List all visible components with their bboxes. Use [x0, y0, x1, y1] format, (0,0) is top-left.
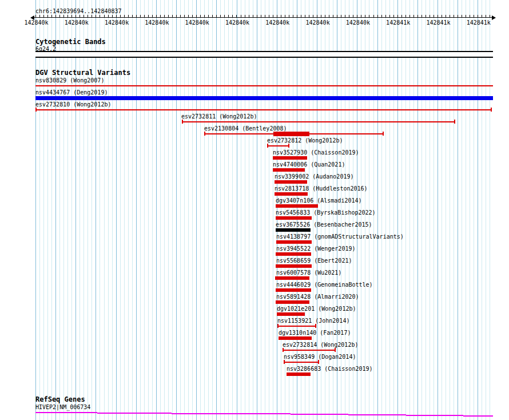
variant-label[interactable]: esv2732812 (Wong2012b) — [267, 137, 343, 144]
ruler-arrow-right-icon — [492, 15, 496, 20]
ruler-axis-line[interactable] — [33, 17, 492, 18]
variant-bar[interactable] — [275, 192, 308, 196]
variant-range-line[interactable] — [277, 326, 316, 327]
variant-bar[interactable] — [276, 264, 312, 268]
variant-bar[interactable] — [276, 252, 311, 256]
variant-range-line[interactable] — [182, 121, 455, 122]
variant-bar[interactable] — [276, 216, 312, 220]
variant-bar[interactable] — [279, 336, 312, 340]
variant-range-cap — [318, 360, 319, 364]
gene-line-segment[interactable] — [291, 414, 348, 415]
variant-label[interactable]: nsv4740006 (Quan2021) — [273, 161, 345, 168]
variant-label[interactable]: nsv2813718 (Huddleston2016) — [275, 185, 368, 192]
variant-label[interactable]: nsv958349 (Dogan2014) — [284, 354, 356, 360]
variant-range-cap — [35, 108, 37, 112]
ruler-tick-label: 142840k — [185, 19, 209, 26]
variant-range-cap — [383, 132, 384, 136]
ruler-tick-label: 142840k — [225, 19, 249, 26]
variant-label[interactable]: esv2732811 (Wong2012b) — [181, 113, 257, 120]
variant-range-cap — [335, 348, 336, 352]
variant-bar[interactable] — [276, 228, 311, 232]
variant-label[interactable]: nsv6007578 (Wu2021) — [276, 270, 341, 276]
gene-line-segment[interactable] — [406, 415, 463, 416]
cytogenetic-title: Cytogenetic Bands — [35, 38, 106, 46]
region-label: chr6:142839694..142840837 — [35, 8, 122, 14]
ruler-tick-label: 142840k — [346, 19, 370, 26]
variant-range-cap — [288, 144, 289, 148]
gene-line-segment[interactable] — [348, 414, 406, 415]
variant-label[interactable]: nsv3286683 (Chaisson2019) — [287, 366, 373, 372]
variant-label[interactable]: esv3675526 (Besenbacher2015) — [276, 221, 372, 228]
gene-line-segment[interactable] — [97, 413, 172, 414]
variant-bar[interactable] — [276, 240, 312, 244]
variant-label[interactable]: nsv4446029 (GenomeinaBottle) — [276, 282, 373, 288]
variant-range-cap — [284, 360, 285, 364]
variant-label[interactable]: esv2732810 (Wong2012b) — [35, 101, 111, 108]
ruler-tick-label: 142841k — [426, 19, 450, 26]
variant-label[interactable]: nsv3399002 (Audano2019) — [275, 173, 353, 180]
variant-bar[interactable] — [273, 168, 305, 172]
ruler-tick-label: 142840k — [105, 19, 129, 26]
genome-browser: chr6:142839694..142840837 142840k142840k… — [0, 0, 509, 420]
gene-line-segment[interactable] — [463, 415, 493, 417]
variant-range-cap — [454, 120, 455, 124]
variant-label[interactable]: nsv3527930 (Chaisson2019) — [273, 149, 359, 156]
variant-bar[interactable] — [275, 180, 307, 184]
variant-label[interactable]: esv2732814 (Wong2012b) — [283, 342, 358, 348]
variant-bar[interactable] — [273, 156, 307, 160]
variant-label[interactable]: nsv4434767 (Deng2019) — [35, 89, 108, 96]
variant-block[interactable] — [273, 132, 309, 136]
variant-bar[interactable] — [276, 204, 318, 208]
variant-label[interactable]: nsv5456833 (ByrskaBishop2022) — [276, 209, 376, 216]
variant-label[interactable]: esv2130804 (Bentley2008) — [204, 125, 287, 132]
variant-range-line[interactable] — [284, 362, 319, 363]
variant-label[interactable]: nsv830829 (Wong2007) — [35, 77, 104, 84]
variant-bar[interactable] — [276, 300, 309, 304]
ruler-tick-label: 142840k — [265, 19, 289, 26]
variant-label[interactable]: dgv1021e201 (Wong2012b) — [277, 306, 356, 312]
variant-range-cap — [204, 132, 205, 136]
variant-label[interactable]: nsv4138797 (gnomADStructuralVariants) — [276, 233, 404, 240]
variant-bar[interactable] — [276, 288, 311, 292]
variant-range-cap — [182, 120, 183, 124]
gene-line-segment[interactable] — [172, 413, 291, 414]
refseq-gene-label[interactable]: HIVEP2|NM_006734 — [35, 404, 90, 410]
ruler-tick-label: 142841k — [386, 19, 410, 26]
variant-range-cap — [283, 348, 284, 352]
ruler-tick-label: 142841k — [467, 19, 491, 26]
track-background — [35, 0, 493, 420]
variant-range-cap — [491, 108, 492, 112]
variant-range-line[interactable] — [35, 85, 493, 86]
refseq-title: RefSeq Genes — [35, 396, 85, 403]
cytoband-bar[interactable] — [35, 51, 493, 58]
variant-range-cap — [267, 144, 268, 148]
ruler-tick-label: 142840k — [306, 19, 330, 26]
gene-line-segment[interactable] — [35, 412, 97, 413]
variant-bar[interactable] — [277, 312, 305, 316]
dgv-title: DGV Structural Variants — [35, 69, 130, 77]
variant-range-cap — [315, 324, 316, 328]
ruler-tick-label: 142840k — [24, 19, 48, 26]
ruler-tick-label: 142840k — [145, 19, 169, 26]
variant-bar[interactable] — [287, 373, 311, 376]
variant-range-cap — [277, 324, 279, 328]
variant-label[interactable]: nsv5891428 (Almarri2020) — [276, 294, 359, 300]
variant-bar[interactable] — [35, 96, 493, 100]
variant-label[interactable]: nsv3945522 (Wenger2019) — [276, 245, 355, 252]
variant-bar[interactable] — [275, 276, 309, 280]
variant-label[interactable]: dgv1310n140 (Fan2017) — [279, 330, 351, 336]
variant-range-line[interactable] — [283, 350, 336, 351]
variant-range-line[interactable] — [267, 145, 289, 146]
variant-range-line[interactable] — [35, 109, 492, 110]
variant-label[interactable]: dgv3407n106 (Alsmadi2014) — [276, 197, 362, 204]
ruler-tick-label: 142840k — [65, 19, 89, 26]
variant-label[interactable]: nsv5568659 (Ebert2021) — [276, 257, 352, 264]
variant-label[interactable]: nsv1153921 (John2014) — [277, 318, 349, 324]
